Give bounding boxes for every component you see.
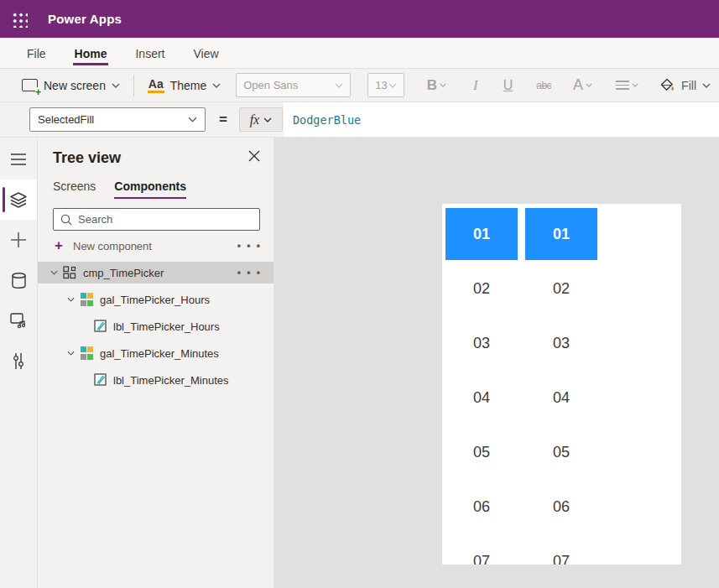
new-component-button[interactable]: + New component • • • bbox=[38, 235, 274, 257]
menu-item-file[interactable]: File bbox=[23, 47, 49, 68]
tree-view-panel: Tree view Screens Components + New compo… bbox=[38, 138, 274, 588]
chevron-down-icon bbox=[263, 117, 272, 122]
tree-item-label: gal_TimePicker_Minutes bbox=[100, 347, 274, 360]
font-size-value: 13 bbox=[375, 79, 387, 91]
minute-cell[interactable]: 07 bbox=[525, 535, 597, 565]
label-icon bbox=[93, 373, 107, 388]
hour-cell[interactable]: 07 bbox=[445, 535, 518, 565]
gallery-icon bbox=[80, 293, 94, 307]
fill-button[interactable]: Fill bbox=[651, 69, 719, 101]
chevron-down-icon[interactable] bbox=[65, 351, 76, 356]
paint-bucket-icon bbox=[659, 78, 675, 93]
menu-item-view[interactable]: View bbox=[190, 47, 221, 68]
toolbar-separator bbox=[133, 75, 134, 96]
tree-item-label-minutes[interactable]: lbl_TimePicker_Minutes bbox=[38, 369, 274, 391]
theme-icon: Aa bbox=[148, 77, 164, 93]
hour-cell[interactable]: 01 bbox=[445, 208, 518, 260]
hour-cell[interactable]: 06 bbox=[445, 481, 518, 533]
hamburger-icon bbox=[11, 154, 26, 165]
strikethrough-button: abc bbox=[529, 69, 559, 101]
tree-item-label: gal_TimePicker_Hours bbox=[100, 294, 274, 306]
minute-cell[interactable]: 05 bbox=[525, 426, 597, 478]
minute-cell[interactable]: 02 bbox=[525, 263, 597, 315]
hour-cell[interactable]: 03 bbox=[445, 317, 518, 369]
hamburger-menu-button[interactable] bbox=[0, 139, 37, 180]
chevron-down-icon bbox=[335, 83, 343, 88]
italic-button: I bbox=[466, 69, 486, 101]
media-icon bbox=[10, 313, 27, 328]
strikethrough-icon: abc bbox=[536, 80, 551, 91]
theme-button[interactable]: Aa Theme bbox=[139, 69, 229, 101]
insert-rail-button[interactable] bbox=[0, 220, 37, 260]
chevron-down-icon bbox=[112, 83, 120, 88]
database-icon bbox=[12, 273, 26, 289]
more-icon[interactable]: • • • bbox=[237, 240, 262, 252]
workspace: Tree view Screens Components + New compo… bbox=[0, 138, 719, 588]
tab-screens[interactable]: Screens bbox=[53, 180, 96, 199]
chevron-down-icon bbox=[188, 117, 197, 122]
data-rail-button[interactable] bbox=[0, 260, 37, 300]
toolbar: New screen Aa Theme Open Sans 13 B I U a… bbox=[0, 68, 719, 102]
tab-components[interactable]: Components bbox=[114, 180, 186, 199]
tree-item-component[interactable]: cmp_TimePicker • • • bbox=[38, 262, 274, 284]
minute-cell[interactable]: 06 bbox=[525, 481, 597, 533]
minute-cell[interactable]: 04 bbox=[525, 372, 597, 424]
close-icon[interactable] bbox=[248, 150, 260, 165]
fx-button[interactable]: fx bbox=[239, 107, 283, 132]
tree-item-label: lbl_TimePicker_Hours bbox=[113, 320, 274, 333]
hours-gallery: 01 02 03 04 05 06 07 bbox=[445, 208, 518, 565]
sliders-icon bbox=[13, 353, 24, 369]
plus-icon: + bbox=[55, 237, 71, 254]
component-icon bbox=[63, 266, 77, 280]
align-button bbox=[608, 69, 646, 101]
waffle-menu-button[interactable] bbox=[0, 0, 38, 38]
minute-cell[interactable]: 01 bbox=[525, 208, 597, 260]
tree-item-gallery-hours[interactable]: gal_TimePicker_Hours bbox=[38, 289, 274, 310]
menu-item-insert[interactable]: Insert bbox=[132, 47, 168, 68]
chevron-down-icon bbox=[632, 83, 638, 87]
equals-sign: = bbox=[219, 112, 227, 128]
property-dropdown[interactable]: SelectedFill bbox=[29, 107, 206, 132]
tree-item-gallery-minutes[interactable]: gal_TimePicker_Minutes bbox=[38, 342, 274, 364]
chevron-down-icon[interactable] bbox=[49, 270, 59, 275]
media-rail-button[interactable] bbox=[0, 300, 37, 341]
new-component-label: New component bbox=[73, 240, 237, 252]
chevron-down-icon bbox=[702, 83, 711, 88]
waffle-icon bbox=[11, 11, 28, 28]
chevron-down-icon[interactable] bbox=[65, 297, 76, 302]
more-icon[interactable]: • • • bbox=[237, 267, 262, 278]
search-box bbox=[53, 208, 260, 231]
tree-view-rail-button[interactable] bbox=[0, 180, 37, 220]
chevron-down-icon bbox=[212, 83, 221, 88]
app-title: Power Apps bbox=[48, 12, 122, 26]
fx-icon: fx bbox=[250, 112, 260, 127]
label-icon bbox=[93, 320, 107, 334]
font-family-dropdown: Open Sans bbox=[236, 73, 351, 97]
bold-button: B bbox=[419, 69, 454, 101]
menu-bar: File Home Insert View bbox=[0, 38, 719, 68]
advanced-tools-rail-button[interactable] bbox=[0, 341, 37, 381]
underline-icon: U bbox=[503, 78, 513, 93]
menu-item-home[interactable]: Home bbox=[71, 47, 111, 68]
formula-input[interactable] bbox=[284, 102, 719, 137]
chevron-down-icon bbox=[586, 83, 592, 87]
underline-button: U bbox=[496, 69, 521, 101]
hour-cell[interactable]: 05 bbox=[445, 426, 518, 478]
plus-icon bbox=[11, 232, 26, 247]
hour-cell[interactable]: 02 bbox=[445, 263, 518, 315]
bold-icon: B bbox=[427, 77, 437, 94]
formula-bar: SelectedFill = fx bbox=[0, 102, 719, 138]
tree-item-label-hours[interactable]: lbl_TimePicker_Hours bbox=[38, 315, 274, 337]
italic-icon: I bbox=[473, 77, 478, 94]
font-color-icon: A bbox=[573, 76, 583, 94]
minute-cell[interactable]: 03 bbox=[525, 317, 597, 369]
minutes-gallery: 01 02 03 04 05 06 07 bbox=[525, 208, 597, 565]
panel-tabs: Screens Components bbox=[53, 180, 186, 199]
search-input[interactable] bbox=[78, 213, 253, 226]
left-rail bbox=[0, 138, 38, 588]
panel-title: Tree view bbox=[53, 149, 121, 167]
hour-cell[interactable]: 04 bbox=[445, 372, 518, 424]
tree-item-label: lbl_TimePicker_Minutes bbox=[113, 374, 274, 387]
new-screen-button[interactable]: New screen bbox=[13, 69, 128, 101]
app-header: Power Apps bbox=[0, 0, 719, 38]
